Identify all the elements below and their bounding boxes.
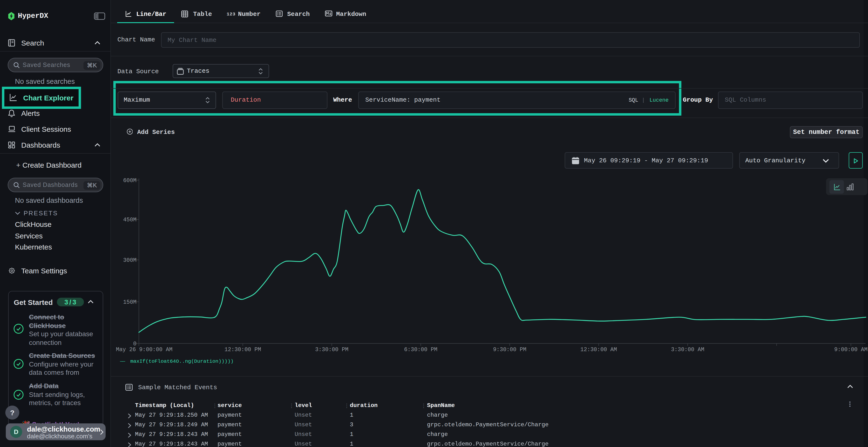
- svg-text:6:30:00 PM: 6:30:00 PM: [404, 347, 437, 353]
- svg-text:3:30:00 PM: 3:30:00 PM: [315, 347, 348, 353]
- svg-text:3:30:00 AM: 3:30:00 AM: [671, 347, 704, 353]
- svg-text:150M: 150M: [123, 299, 136, 305]
- svg-text:600M: 600M: [123, 177, 136, 184]
- svg-text:300M: 300M: [123, 257, 136, 264]
- svg-text:9:00:00 AM: 9:00:00 AM: [834, 347, 868, 353]
- svg-text:9:30:00 PM: 9:30:00 PM: [493, 347, 526, 353]
- svg-text:May 26 9:00:00 AM: May 26 9:00:00 AM: [116, 347, 173, 353]
- svg-text:0: 0: [133, 341, 136, 347]
- svg-text:450M: 450M: [123, 217, 136, 223]
- svg-text:12:30:00 AM: 12:30:00 AM: [580, 347, 617, 353]
- svg-text:12:30:00 PM: 12:30:00 PM: [224, 347, 261, 353]
